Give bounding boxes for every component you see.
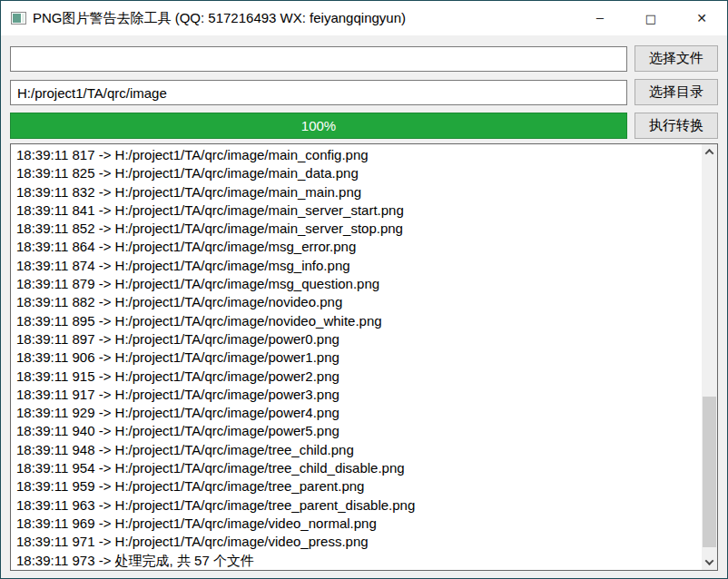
log-line: 18:39:11 929 -> H:/project1/TA/qrc/image… <box>16 404 701 422</box>
directory-path-input[interactable] <box>10 80 627 105</box>
scroll-up-button[interactable] <box>702 144 717 160</box>
file-path-input[interactable] <box>10 46 627 72</box>
log-output-area[interactable]: 18:39:11 817 -> H:/project1/TA/qrc/image… <box>10 143 718 571</box>
execute-convert-button[interactable]: 执行转换 <box>635 113 718 139</box>
app-icon-pane <box>13 14 21 23</box>
maximize-icon[interactable]: □ <box>625 1 676 35</box>
log-line: 18:39:11 915 -> H:/project1/TA/qrc/image… <box>16 368 701 386</box>
select-file-button[interactable]: 选择文件 <box>635 45 718 72</box>
log-line: 18:39:11 959 -> H:/project1/TA/qrc/image… <box>16 477 701 496</box>
log-line: 18:39:11 969 -> H:/project1/TA/qrc/image… <box>16 515 701 533</box>
log-line: 18:39:11 864 -> H:/project1/TA/qrc/image… <box>16 238 701 256</box>
log-line: 18:39:11 897 -> H:/project1/TA/qrc/image… <box>16 330 701 348</box>
select-directory-button[interactable]: 选择目录 <box>635 79 718 105</box>
log-line: 18:39:11 963 -> H:/project1/TA/qrc/image… <box>16 496 701 515</box>
progress-bar: 100% <box>10 113 627 139</box>
minimize-icon[interactable]: ─ <box>575 1 625 35</box>
log-lines: 18:39:11 817 -> H:/project1/TA/qrc/image… <box>11 146 701 570</box>
app-icon <box>11 12 26 25</box>
log-line: 18:39:11 852 -> H:/project1/TA/qrc/image… <box>16 220 701 238</box>
chevron-down-icon <box>705 556 714 565</box>
app-icon-strip <box>22 14 25 23</box>
scroll-down-button[interactable] <box>702 554 717 570</box>
log-line: 18:39:11 917 -> H:/project1/TA/qrc/image… <box>16 386 701 404</box>
log-line: 18:39:11 841 -> H:/project1/TA/qrc/image… <box>16 201 701 220</box>
log-line: 18:39:11 879 -> H:/project1/TA/qrc/image… <box>16 275 701 293</box>
log-line: 18:39:11 971 -> H:/project1/TA/qrc/image… <box>16 533 701 551</box>
window-title: PNG图片警告去除工具 (QQ: 517216493 WX: feiyangqi… <box>33 10 406 27</box>
close-icon[interactable]: ✕ <box>676 1 727 35</box>
log-line: 18:39:11 940 -> H:/project1/TA/qrc/image… <box>16 422 701 440</box>
log-line: 18:39:11 954 -> H:/project1/TA/qrc/image… <box>16 459 701 477</box>
chevron-up-icon <box>705 149 714 158</box>
scrollbar-thumb[interactable] <box>703 397 716 547</box>
app-window: PNG图片警告去除工具 (QQ: 517216493 WX: feiyangqi… <box>0 0 728 579</box>
progress-label: 100% <box>11 113 626 138</box>
log-line: 18:39:11 948 -> H:/project1/TA/qrc/image… <box>16 441 701 459</box>
log-line: 18:39:11 874 -> H:/project1/TA/qrc/image… <box>16 257 701 275</box>
caption-buttons: ─ □ ✕ <box>575 1 727 35</box>
log-scrollbar[interactable] <box>702 144 717 570</box>
log-line: 18:39:11 832 -> H:/project1/TA/qrc/image… <box>16 183 701 201</box>
log-line: 18:39:11 895 -> H:/project1/TA/qrc/image… <box>16 312 701 330</box>
log-line: 18:39:11 882 -> H:/project1/TA/qrc/image… <box>16 293 701 311</box>
log-line: 18:39:11 817 -> H:/project1/TA/qrc/image… <box>16 146 701 164</box>
log-line: 18:39:11 825 -> H:/project1/TA/qrc/image… <box>16 164 701 182</box>
title-bar: PNG图片警告去除工具 (QQ: 517216493 WX: feiyangqi… <box>1 1 727 35</box>
log-line: 18:39:11 906 -> H:/project1/TA/qrc/image… <box>16 348 701 367</box>
log-line: 18:39:11 973 -> 处理完成, 共 57 个文件 <box>16 552 701 570</box>
